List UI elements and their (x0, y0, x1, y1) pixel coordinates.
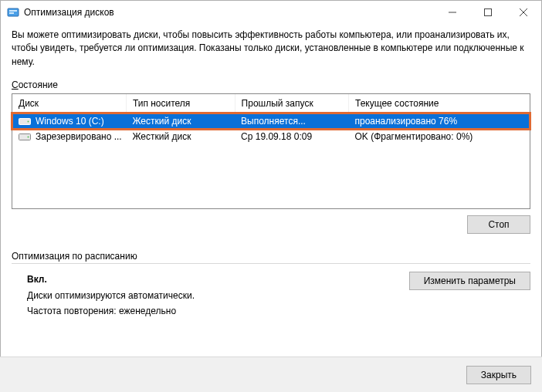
svg-rect-4 (485, 9, 492, 16)
titlebar: Оптимизация дисков (1, 1, 541, 24)
schedule-header: Оптимизация по расписанию (12, 251, 530, 262)
col-lastrun[interactable]: Прошлый запуск (235, 94, 348, 113)
close-dialog-button[interactable]: Закрыть (466, 366, 531, 384)
close-button[interactable] (506, 1, 541, 24)
maximize-button[interactable] (470, 1, 506, 24)
last-run: Выполняется... (235, 113, 348, 130)
col-drive[interactable]: Диск (12, 94, 126, 113)
app-icon (7, 6, 19, 19)
drive-name: Зарезервировано ... (36, 131, 122, 142)
drive-icon (19, 117, 31, 126)
table-row[interactable]: Windows 10 (C:) Жесткий диск Выполняется… (12, 113, 530, 130)
current-state: проанализировано 76% (348, 113, 530, 130)
table-row[interactable]: Зарезервировано ... Жесткий диск Ср 19.0… (12, 129, 530, 144)
schedule-line2: Частота повторения: еженедельно (27, 303, 195, 319)
drives-table[interactable]: Диск Тип носителя Прошлый запуск Текущее… (12, 93, 530, 209)
schedule-line1: Диски оптимизируются автоматически. (27, 288, 195, 303)
divider (12, 263, 530, 264)
media-type: Жесткий диск (126, 129, 235, 144)
minimize-button[interactable] (435, 1, 470, 24)
col-media[interactable]: Тип носителя (126, 94, 235, 113)
change-params-button[interactable]: Изменить параметры (409, 272, 530, 290)
current-state: OK (Фрагментировано: 0%) (348, 129, 530, 144)
drive-name: Windows 10 (C:) (36, 116, 104, 127)
footer: Закрыть (0, 357, 542, 392)
schedule-state: Вкл. (27, 272, 195, 287)
window-title: Оптимизация дисков (24, 7, 435, 18)
window-controls (435, 1, 541, 24)
table-header-row: Диск Тип носителя Прошлый запуск Текущее… (12, 94, 530, 113)
col-state[interactable]: Текущее состояние (348, 94, 530, 113)
media-type: Жесткий диск (126, 113, 235, 130)
svg-rect-2 (9, 12, 14, 14)
status-label: Состояние (12, 79, 530, 90)
svg-point-8 (28, 121, 29, 123)
drive-icon (19, 132, 31, 141)
svg-rect-1 (9, 10, 17, 12)
stop-button[interactable]: Стоп (467, 215, 530, 234)
svg-point-10 (28, 137, 29, 138)
description-text: Вы можете оптимизировать диски, чтобы по… (12, 29, 530, 69)
schedule-info: Вкл. Диски оптимизируются автоматически.… (12, 272, 195, 319)
last-run: Ср 19.09.18 0:09 (235, 129, 348, 144)
